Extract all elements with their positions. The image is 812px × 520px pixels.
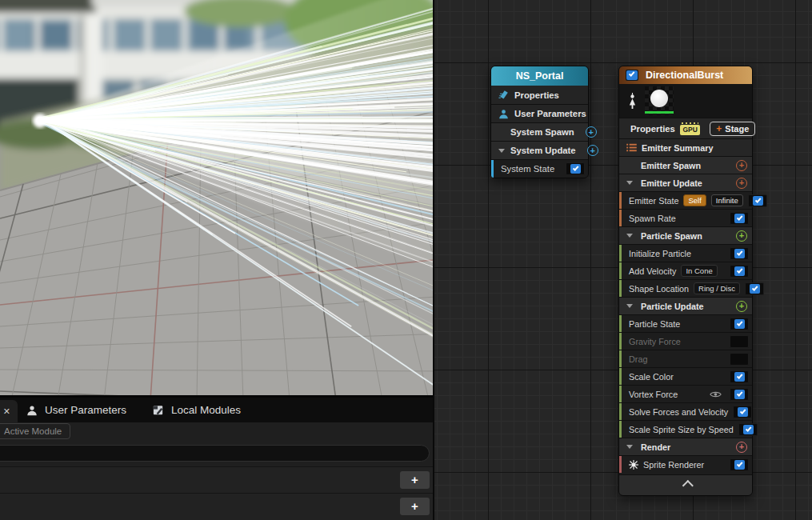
module-row-sprite-renderer[interactable]: Sprite Renderer	[619, 455, 752, 473]
module-enabled-checkbox[interactable]	[730, 265, 749, 278]
module-enabled-checkbox[interactable]	[733, 406, 752, 418]
module-enabled-checkbox[interactable]	[730, 335, 749, 348]
add-parameter-button[interactable]: +	[400, 471, 430, 489]
emitter-node-header[interactable]: DirectionalBurst	[619, 66, 752, 84]
module-enabled-checkbox[interactable]	[730, 212, 749, 225]
add-module-button[interactable]: +	[587, 145, 598, 156]
add-module-button[interactable]: +	[586, 126, 597, 138]
collapse-arrow-icon[interactable]	[626, 445, 633, 449]
module-label: System State	[501, 164, 554, 174]
system-node[interactable]: NS_Portal Properties User Parameters Sys…	[490, 66, 589, 178]
visibility-eye-icon[interactable]	[710, 390, 722, 398]
module-row-gravity-force[interactable]: Gravity Force	[619, 332, 752, 350]
group-label: Particle Spawn	[641, 231, 702, 241]
panel-divider	[433, 0, 434, 520]
module-label: Add Velocity	[629, 266, 676, 276]
module-enabled-checkbox[interactable]	[730, 247, 749, 260]
scratch-pad-icon	[152, 404, 164, 416]
tab-label: Local Modules	[171, 404, 241, 416]
collapse-arrow-icon[interactable]	[626, 304, 633, 308]
group-row-render[interactable]: Render +	[619, 438, 752, 455]
add-module-button[interactable]: +	[736, 178, 747, 189]
add-parameter-button[interactable]: +	[400, 498, 430, 515]
search-input[interactable]	[0, 445, 430, 462]
active-module-filter[interactable]: Active Module	[0, 423, 70, 439]
module-label: Gravity Force	[629, 337, 681, 346]
module-enabled-checkbox[interactable]	[566, 162, 585, 175]
module-enabled-checkbox[interactable]	[738, 423, 758, 436]
collapse-arrow-icon[interactable]	[498, 149, 505, 153]
emitter-summary-row[interactable]: Emitter Summary	[619, 138, 752, 156]
row-label: Properties	[514, 90, 559, 100]
module-row-system-state[interactable]: System State	[491, 159, 588, 178]
parameter-section-row: +	[0, 493, 433, 520]
preview-viewport[interactable]	[0, 0, 433, 395]
system-update-group[interactable]: System Update +	[491, 141, 588, 159]
group-label: Render	[641, 442, 670, 452]
emitter-properties-row[interactable]: Properties GPU + Stage	[619, 118, 752, 138]
group-row-emitter-spawn[interactable]: Emitter Spawn +	[619, 156, 752, 174]
collapse-node-button[interactable]	[619, 474, 752, 495]
group-row-particle-spawn[interactable]: Particle Spawn +	[619, 226, 752, 244]
gpu-badge: GPU	[680, 125, 700, 135]
sprite-preview	[650, 90, 668, 107]
add-renderer-button[interactable]: +	[736, 442, 747, 453]
loop-badge: Infinite	[711, 194, 743, 206]
group-row-particle-update[interactable]: Particle Update +	[619, 297, 752, 314]
module-enabled-checkbox[interactable]	[730, 370, 749, 383]
group-label: System Update	[510, 146, 576, 155]
emitter-thumbnail[interactable]	[645, 86, 674, 115]
group-label: Emitter Spawn	[641, 161, 701, 170]
module-row-spawn-rate[interactable]: Spawn Rate	[619, 209, 752, 226]
system-spawn-group[interactable]: System Spawn +	[491, 122, 588, 141]
collapse-arrow-icon[interactable]	[626, 234, 633, 238]
emitter-node[interactable]: DirectionalBurst Properties GPU +	[618, 66, 753, 496]
emitter-thumbnail-row[interactable]	[619, 84, 752, 118]
module-label: Drag	[629, 354, 647, 364]
module-row-scale-sprite-size[interactable]: Scale Sprite Size by Speed	[619, 420, 752, 438]
module-row-add-velocity[interactable]: Add Velocity In Cone	[619, 262, 752, 279]
module-row-solve-forces[interactable]: Solve Forces and Velocity	[619, 402, 752, 420]
close-icon[interactable]: ✕	[3, 407, 10, 416]
tab-active-partial[interactable]: ✕	[0, 400, 18, 422]
group-row-emitter-update[interactable]: Emitter Update +	[619, 174, 752, 191]
module-row-scale-color[interactable]: Scale Color	[619, 367, 752, 385]
emitter-enabled-checkbox[interactable]	[626, 70, 638, 81]
person-icon	[498, 109, 509, 119]
module-label: Spawn Rate	[629, 214, 676, 223]
module-row-vortex-force[interactable]: Vortex Force	[619, 385, 752, 402]
module-row-emitter-state[interactable]: Emitter State Self Infinite	[619, 191, 752, 209]
add-module-button[interactable]: +	[736, 301, 747, 312]
add-module-button[interactable]: +	[736, 230, 747, 242]
add-stage-button[interactable]: + Stage	[710, 122, 755, 136]
module-enabled-checkbox[interactable]	[730, 458, 749, 471]
module-row-drag[interactable]: Drag	[619, 350, 752, 367]
module-label: Emitter State	[629, 196, 678, 206]
group-label: Emitter Update	[641, 178, 702, 188]
module-row-shape-location[interactable]: Shape Location Ring / Disc	[619, 279, 752, 297]
system-node-header[interactable]: NS_Portal	[491, 66, 588, 86]
emitter-figure-icon	[627, 93, 638, 109]
niagara-editor: ✕ User Parameters Local Modules A	[0, 0, 812, 520]
system-properties-row[interactable]: Properties	[491, 86, 588, 104]
collapse-arrow-icon[interactable]	[626, 181, 633, 185]
module-label: Vortex Force	[629, 390, 678, 399]
add-module-button[interactable]: +	[736, 160, 747, 171]
module-enabled-checkbox[interactable]	[730, 318, 749, 330]
module-row-particle-state[interactable]: Particle State	[619, 314, 752, 332]
tab-label: User Parameters	[45, 404, 126, 416]
tab-local-modules[interactable]: Local Modules	[152, 398, 241, 422]
module-enabled-checkbox[interactable]	[730, 388, 749, 401]
module-label: Scale Color	[629, 372, 674, 382]
module-enabled-checkbox[interactable]	[745, 282, 764, 295]
sprite-renderer-icon	[629, 460, 638, 470]
module-enabled-checkbox[interactable]	[730, 353, 749, 366]
parameters-panel: ✕ User Parameters Local Modules A	[0, 398, 433, 520]
group-label: System Spawn	[510, 127, 574, 137]
shape-badge: Ring / Disc	[694, 282, 740, 294]
tab-user-parameters[interactable]: User Parameters	[26, 398, 126, 422]
system-user-parameters-row[interactable]: User Parameters	[491, 104, 588, 122]
module-row-initialize-particle[interactable]: Initialize Particle	[619, 244, 752, 262]
velocity-mode-badge: In Cone	[681, 265, 717, 277]
module-enabled-checkbox[interactable]	[748, 194, 767, 207]
